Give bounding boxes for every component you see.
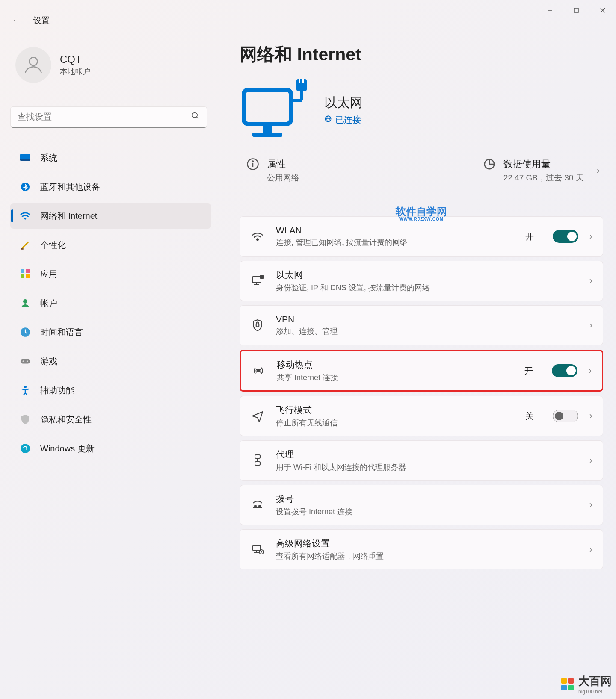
minimize-button[interactable] — [536, 0, 563, 21]
svg-point-48 — [255, 505, 256, 507]
hotspot-toggle[interactable] — [552, 364, 578, 377]
nav-gaming[interactable]: 游戏 — [10, 348, 211, 374]
svg-rect-30 — [302, 79, 304, 83]
nav-label: Windows 更新 — [40, 443, 95, 454]
account-icon — [20, 298, 31, 309]
svg-rect-45 — [255, 455, 260, 458]
svg-rect-23 — [244, 90, 291, 124]
properties-row: 属性 公用网络 数据使用量 22.47 GB，过去 30 天 › — [240, 158, 603, 183]
brand-name: 大百网 — [578, 675, 612, 687]
svg-point-49 — [259, 505, 261, 507]
toggle-state-label: 开 — [524, 365, 533, 377]
update-icon — [20, 443, 31, 454]
nav-bluetooth[interactable]: 蓝牙和其他设备 — [10, 174, 211, 200]
svg-point-36 — [252, 161, 254, 162]
nav-label: 辅助功能 — [40, 385, 74, 396]
search-icon — [191, 112, 200, 122]
wlan-toggle[interactable] — [553, 230, 578, 243]
chevron-right-icon: › — [589, 231, 592, 242]
chevron-right-icon: › — [597, 165, 600, 176]
svg-rect-42 — [261, 275, 263, 279]
svg-point-21 — [24, 386, 27, 388]
info-icon — [246, 158, 259, 173]
card-wlan[interactable]: WLAN 连接, 管理已知网络, 按流量计费的网络 开 › — [240, 216, 603, 257]
chevron-right-icon: › — [589, 365, 592, 376]
nav-label: 网络和 Internet — [40, 210, 97, 222]
search-input[interactable] — [18, 112, 191, 122]
nav-time-language[interactable]: 时间和语言 — [10, 319, 211, 345]
svg-point-44 — [257, 369, 260, 372]
chevron-right-icon: › — [589, 320, 592, 331]
card-sub: 共享 Internet 连接 — [277, 372, 513, 383]
user-name: CQT — [60, 53, 91, 65]
chevron-right-icon: › — [589, 455, 592, 466]
maximize-button[interactable] — [563, 0, 589, 21]
user-block[interactable]: CQT 本地帐户 — [10, 47, 211, 83]
advanced-network-icon — [250, 543, 265, 555]
nav-label: 应用 — [40, 268, 57, 280]
svg-rect-57 — [568, 685, 574, 690]
svg-point-16 — [23, 299, 27, 304]
svg-rect-18 — [21, 359, 30, 363]
card-title: 以太网 — [276, 269, 578, 281]
card-vpn[interactable]: VPN 添加、连接、管理 › — [240, 305, 603, 345]
nav-label: 帐户 — [40, 298, 57, 309]
svg-rect-47 — [255, 462, 260, 465]
svg-rect-12 — [21, 269, 24, 273]
card-title: 拨号 — [276, 493, 578, 505]
card-ethernet[interactable]: 以太网 身份验证, IP 和 DNS 设置, 按流量计费的网络 › — [240, 261, 603, 301]
nav-accessibility[interactable]: 辅助功能 — [10, 378, 211, 403]
data-usage-link[interactable]: 数据使用量 22.47 GB，过去 30 天 — [483, 158, 584, 183]
nav-apps[interactable]: 应用 — [10, 261, 211, 287]
accessibility-icon — [20, 385, 31, 396]
svg-point-4 — [30, 57, 38, 65]
nav-label: 时间和语言 — [40, 327, 83, 338]
card-advanced[interactable]: 高级网络设置 查看所有网络适配器，网络重置 › — [240, 529, 603, 569]
game-icon — [20, 356, 31, 367]
svg-rect-15 — [26, 274, 30, 278]
nav-label: 隐私和安全性 — [40, 414, 92, 425]
wifi-icon — [20, 210, 31, 221]
card-title: 移动热点 — [277, 359, 513, 371]
search-box[interactable] — [10, 106, 207, 128]
wifi-icon — [250, 231, 265, 242]
svg-point-10 — [24, 218, 26, 219]
footer-brand: 大百网 big100.net — [560, 674, 612, 695]
card-sub: 身份验证, IP 和 DNS 设置, 按流量计费的网络 — [276, 283, 578, 293]
bluetooth-icon — [20, 181, 31, 192]
svg-rect-56 — [561, 685, 567, 690]
apps-icon — [20, 268, 31, 280]
card-hotspot[interactable]: 移动热点 共享 Internet 连接 开 › — [240, 350, 603, 392]
svg-rect-13 — [26, 269, 30, 273]
card-proxy[interactable]: 代理 用于 Wi-Fi 和以太网连接的代理服务器 › — [240, 440, 603, 481]
svg-rect-29 — [299, 79, 300, 83]
nav-privacy[interactable]: 隐私和安全性 — [10, 407, 211, 432]
globe-icon — [324, 115, 332, 125]
svg-rect-55 — [568, 678, 574, 684]
header: ← 设置 — [12, 15, 50, 26]
chevron-right-icon: › — [589, 544, 592, 555]
nav-personalization[interactable]: 个性化 — [10, 232, 211, 258]
svg-point-38 — [257, 239, 258, 240]
watermark: 软件自学网 WWW.RJZXW.COM — [240, 205, 603, 221]
shield-icon — [20, 414, 31, 425]
card-airplane[interactable]: 飞行模式 停止所有无线通信 关 › — [240, 396, 603, 436]
chevron-right-icon: › — [589, 499, 592, 510]
avatar — [15, 47, 51, 83]
airplane-toggle[interactable] — [553, 410, 578, 422]
hotspot-icon — [251, 365, 266, 376]
svg-point-22 — [21, 444, 30, 453]
vpn-shield-icon — [250, 319, 265, 332]
close-button[interactable] — [589, 0, 616, 21]
nav-windows-update[interactable]: Windows 更新 — [10, 436, 211, 461]
ethernet-icon — [250, 275, 265, 286]
connection-name: 以太网 — [324, 94, 363, 112]
card-title: WLAN — [276, 225, 514, 236]
card-dialup[interactable]: 拨号 设置拨号 Internet 连接 › — [240, 485, 603, 525]
properties-link[interactable]: 属性 公用网络 — [246, 158, 299, 183]
nav-network[interactable]: 网络和 Internet — [10, 203, 211, 229]
nav-system[interactable]: 系统 — [10, 145, 211, 171]
nav-accounts[interactable]: 帐户 — [10, 290, 211, 316]
card-title: 飞行模式 — [276, 404, 514, 416]
back-button[interactable]: ← — [12, 15, 21, 26]
